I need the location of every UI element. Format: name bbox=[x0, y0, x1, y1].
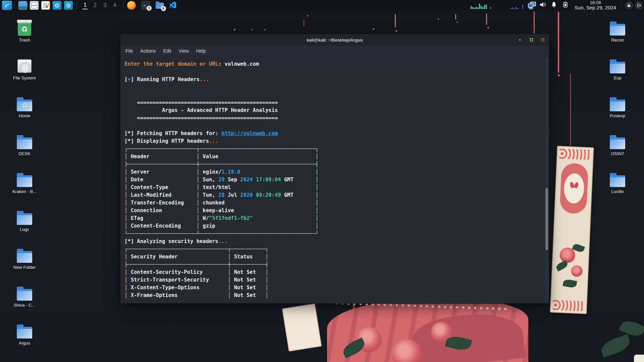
folder-icon bbox=[17, 213, 32, 225]
desktop-icon-trash[interactable]: ♻ Trash bbox=[3, 17, 46, 55]
desktop-icon-art bbox=[609, 96, 626, 112]
desktop-icon-label: Postexp bbox=[610, 113, 626, 118]
desktop-icon-art bbox=[16, 323, 33, 339]
panel-separator bbox=[76, 2, 77, 9]
terminal-window-count-badge: 3 bbox=[147, 6, 152, 11]
notifications-tray-icon[interactable] bbox=[550, 1, 559, 10]
terminal-line: ┌────────────────────────────────┬──────… bbox=[124, 245, 549, 253]
volume-tray-icon[interactable] bbox=[539, 1, 548, 10]
desktop-icon-label: Exp bbox=[614, 75, 621, 80]
workspace-3[interactable]: 3 bbox=[102, 2, 107, 9]
desktop-icon-label: Logs bbox=[20, 227, 29, 232]
paint-splatter-dot bbox=[395, 30, 397, 32]
battery-tray-icon[interactable] bbox=[562, 1, 571, 10]
maximize-button[interactable] bbox=[530, 38, 533, 42]
desktop-icon-home[interactable]: ⌂ Home bbox=[3, 93, 46, 131]
paint-drip bbox=[395, 14, 396, 27]
desktop-icon-label: Kraken - B... bbox=[12, 189, 37, 194]
paint-drip bbox=[534, 11, 535, 34]
settings-manager-launcher[interactable]: ⚙ bbox=[64, 1, 73, 10]
paint-splatter-dot bbox=[438, 18, 439, 20]
folder-icon bbox=[17, 327, 32, 339]
minimize-button[interactable] bbox=[518, 38, 522, 42]
desktop-icon-desk[interactable]: DESK bbox=[3, 131, 46, 169]
logout-button[interactable] bbox=[635, 1, 643, 9]
folder-icon bbox=[610, 175, 625, 187]
panel-separator bbox=[14, 2, 15, 9]
desktop-icon-exp[interactable]: Exp bbox=[596, 55, 639, 93]
file-manager-taskbar-button[interactable]: 6 bbox=[155, 1, 164, 10]
desktop-icon-postexp[interactable]: Postexp bbox=[596, 93, 639, 131]
menu-file[interactable]: File bbox=[122, 47, 137, 55]
file-manager-launcher[interactable] bbox=[30, 1, 39, 10]
logout-icon bbox=[637, 3, 641, 8]
panel-clock[interactable]: 18:09 Sun, Sep 29, 2024 bbox=[575, 0, 616, 11]
clock-date: Sun, Sep 29, 2024 bbox=[575, 5, 616, 11]
paint-drip bbox=[455, 14, 456, 19]
desktop-icon-art bbox=[609, 20, 626, 36]
audio-visualizer-blue bbox=[511, 2, 518, 9]
desktop-icon-kraken-b[interactable]: Kraken - B... bbox=[3, 169, 46, 207]
terminal-taskbar-button[interactable]: >_ 3 bbox=[141, 1, 150, 10]
terminal-line: │ Last-Modified │ Tue, 28 Jul 2020 09:20… bbox=[124, 191, 549, 199]
desktop-icon-new-folder[interactable]: New Folder bbox=[3, 245, 46, 283]
desktop-icon-recon[interactable]: Recon bbox=[596, 17, 639, 55]
desktop-icon-label: Lucille bbox=[611, 189, 624, 194]
house-icon: ⌂ bbox=[17, 100, 32, 109]
paint-drip bbox=[304, 20, 304, 26]
terminal-line: │ Transfer-Encoding │ chunked │ bbox=[124, 199, 549, 207]
desktop-icon-art bbox=[16, 172, 33, 188]
desktop-icon-label: OSINT bbox=[611, 151, 624, 156]
moth-illustration bbox=[570, 182, 578, 189]
workspace-4[interactable]: 4 bbox=[112, 2, 117, 9]
display-settings-tray-icon[interactable] bbox=[528, 1, 536, 10]
menu-help[interactable]: Help bbox=[193, 47, 210, 55]
kali-menu-button[interactable] bbox=[2, 1, 12, 10]
desktop-icon-label: Recon bbox=[611, 38, 624, 43]
menu-view[interactable]: View bbox=[175, 47, 193, 55]
terminal-line: ========================================… bbox=[124, 114, 549, 122]
settings-launcher[interactable]: ⚙ bbox=[53, 1, 61, 10]
close-button[interactable] bbox=[541, 38, 544, 42]
folder-icon bbox=[17, 137, 32, 149]
wallpaper-card-piece bbox=[282, 303, 322, 352]
desktop-icon-file-system[interactable]: File System bbox=[3, 55, 46, 93]
desktop-icon-logs[interactable]: Logs bbox=[3, 207, 46, 245]
desktop-icon-label: DESK bbox=[18, 151, 30, 156]
panel-separator bbox=[123, 2, 123, 9]
folder-window-count-badge: 6 bbox=[161, 6, 166, 11]
terminal-line: [*] Fetching HTTP headers for: http://vu… bbox=[124, 130, 549, 137]
paint-splatter-dot bbox=[558, 74, 560, 76]
vscode-taskbar-button[interactable] bbox=[169, 1, 177, 10]
card-ornament-band bbox=[559, 148, 591, 160]
desktop-icon-shiva-c[interactable]: Shiva - C... bbox=[3, 283, 46, 320]
terminal-line: ┌──────────────────────┬────────────────… bbox=[124, 145, 549, 153]
window-titlebar[interactable]: kali@kali: ~/Desktop/Argus bbox=[120, 34, 549, 46]
lock-icon bbox=[627, 3, 631, 8]
desktop-icon-argus[interactable]: Argus bbox=[3, 320, 46, 358]
terminal-output[interactable]: Enter the target domain or URL: vulnweb.… bbox=[120, 56, 549, 303]
folder-icon bbox=[610, 24, 625, 36]
workspace-2[interactable]: 2 bbox=[92, 2, 97, 9]
menu-actions[interactable]: Actions bbox=[137, 47, 160, 55]
desktop-icons-right: Recon Exp Postexp OSINT Lucille bbox=[596, 17, 639, 207]
firefox-taskbar-button[interactable] bbox=[127, 1, 136, 10]
scrollbar-thumb[interactable] bbox=[545, 188, 548, 250]
folder-icon bbox=[610, 100, 625, 111]
show-desktop-button[interactable] bbox=[18, 1, 27, 10]
terminal-line: [*] Displaying HTTP headers... bbox=[124, 137, 549, 145]
card-ornament-band bbox=[553, 300, 585, 311]
desktop-icon-art bbox=[16, 247, 33, 263]
terminal-line: │ Date │ Sun, 29 Sep 2024 17:09:04 GMT │ bbox=[124, 176, 549, 184]
paint-splatter-dot bbox=[307, 15, 308, 16]
lock-screen-button[interactable] bbox=[625, 1, 633, 9]
terminal-scrollbar[interactable] bbox=[545, 57, 548, 302]
text-editor-launcher[interactable] bbox=[41, 1, 50, 10]
desktop-icon-osint[interactable]: OSINT bbox=[596, 131, 639, 169]
desktop-icon-lucille[interactable]: Lucille bbox=[596, 169, 639, 207]
menu-edit[interactable]: Edit bbox=[159, 47, 175, 55]
workspace-1[interactable]: 1 bbox=[83, 1, 88, 9]
terminal-line: │ Strict-Transport-Security │ Not Set │ bbox=[124, 276, 549, 284]
desktop-icon-label: New Folder bbox=[13, 265, 36, 270]
desktop-icon-art bbox=[16, 134, 33, 150]
